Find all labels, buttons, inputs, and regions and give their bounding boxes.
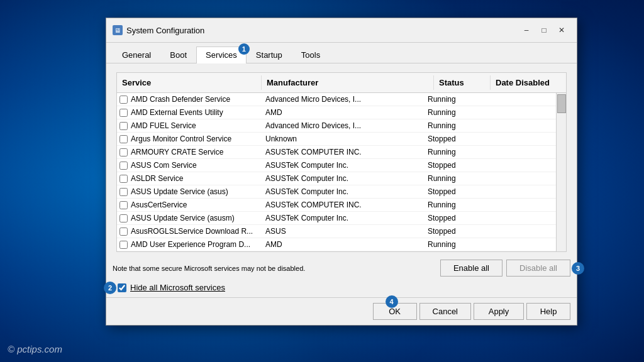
table-row[interactable]: ASUS Update Service (asus) ASUSTeK Compu… — [117, 185, 556, 199]
table-row[interactable]: AMD External Events Utility AMD Running — [117, 106, 556, 119]
badge-2-wrap: 2 — [118, 283, 126, 292]
service-checkbox-cell: AMD User Experience Program D... — [117, 238, 262, 251]
table-row[interactable]: ARMOURY CRATE Service ASUSTeK COMPUTER I… — [117, 146, 556, 159]
title-bar-left: 🖥 System Configuration — [113, 25, 204, 35]
service-name: ASUS Com Service — [131, 161, 197, 170]
service-checkbox[interactable] — [119, 122, 128, 130]
service-manufacturer: AMD — [262, 106, 424, 119]
service-manufacturer: AMD — [262, 238, 424, 251]
col-date-disabled[interactable]: Date Disabled — [491, 75, 566, 90]
service-checkbox[interactable] — [119, 214, 128, 222]
system-configuration-dialog: 🖥 System Configuration – □ ✕ General Boo… — [106, 18, 577, 326]
service-checkbox[interactable] — [119, 201, 128, 209]
service-checkbox-cell: ASUS Update Service (asusm) — [117, 212, 262, 224]
apply-button[interactable]: Apply — [474, 303, 524, 320]
enable-all-button[interactable]: Enable all — [440, 260, 502, 277]
service-checkbox[interactable] — [119, 135, 128, 143]
service-date — [480, 203, 556, 207]
cancel-button[interactable]: Cancel — [419, 303, 471, 320]
tab-services[interactable]: Services 1 — [196, 47, 247, 63]
service-status: Stopped — [424, 185, 480, 198]
service-checkbox-cell: ASLDR Service — [117, 172, 262, 185]
hide-microsoft-checkbox[interactable] — [118, 283, 126, 292]
service-name: Argus Monitor Control Service — [131, 134, 231, 143]
service-status: Running — [424, 119, 480, 132]
tab-tools[interactable]: Tools — [292, 47, 330, 63]
service-checkbox[interactable] — [119, 188, 128, 196]
table-row[interactable]: AMD User Experience Program D... AMD Run… — [117, 238, 556, 251]
service-checkbox[interactable] — [119, 109, 128, 117]
table-header: Service Manufacturer Status Date Disable… — [117, 73, 566, 93]
service-checkbox[interactable] — [119, 175, 128, 183]
service-name: ASUS Update Service (asusm) — [131, 214, 235, 222]
service-checkbox-cell: ARMOURY CRATE Service — [117, 146, 262, 158]
service-checkbox[interactable] — [119, 96, 128, 104]
close-button[interactable]: ✕ — [553, 23, 570, 37]
service-status: Running — [424, 106, 480, 119]
table-row[interactable]: Argus Monitor Control Service Unknown St… — [117, 133, 556, 146]
title-controls: – □ ✕ — [518, 23, 570, 37]
dialog-footer: 4 OK Cancel Apply Help — [106, 297, 577, 325]
service-manufacturer: ASUSTeK COMPUTER INC. — [262, 146, 424, 158]
tab-general[interactable]: General — [113, 47, 160, 63]
col-status[interactable]: Status — [434, 75, 491, 90]
service-name: ASLDR Service — [131, 174, 183, 183]
service-date — [480, 163, 556, 167]
minimize-button[interactable]: – — [518, 23, 535, 37]
disable-all-button[interactable]: Disable all — [506, 260, 570, 277]
tab-boot[interactable]: Boot — [160, 47, 196, 63]
footer-note: Note that some secure Microsoft services… — [113, 265, 305, 272]
note-enable-row: Note that some secure Microsoft services… — [111, 257, 572, 279]
table-row[interactable]: ASUS Com Service ASUSTeK Computer Inc. S… — [117, 159, 556, 172]
service-manufacturer: ASUSTeK Computer Inc. — [262, 212, 424, 224]
scrollbar[interactable] — [556, 93, 566, 251]
service-checkbox-cell: ASUS Update Service (asus) — [117, 185, 262, 198]
service-date — [480, 216, 556, 220]
service-date — [480, 243, 556, 246]
service-status: Running — [424, 172, 480, 185]
service-checkbox[interactable] — [119, 228, 128, 236]
service-manufacturer: ASUSTeK Computer Inc. — [262, 159, 424, 172]
maximize-button[interactable]: □ — [535, 23, 553, 37]
service-name: AMD Crash Defender Service — [131, 95, 230, 104]
service-name: ARMOURY CRATE Service — [131, 148, 223, 156]
table-scroll-wrap: AMD Crash Defender Service Advanced Micr… — [117, 93, 566, 251]
service-status: Running — [424, 146, 480, 158]
badge-3: 3 — [572, 262, 584, 275]
scrollbar-thumb[interactable] — [557, 94, 566, 113]
col-manufacturer[interactable]: Manufacturer — [262, 75, 434, 90]
service-checkbox-cell: Argus Monitor Control Service — [117, 133, 262, 145]
service-checkbox[interactable] — [119, 241, 128, 249]
service-manufacturer: Unknown — [262, 133, 424, 145]
service-date — [480, 190, 556, 194]
enable-disable-wrap: Enable all Disable all 3 — [440, 260, 570, 277]
service-name: AsusROGLSLService Download R... — [131, 227, 253, 236]
service-status: Running — [424, 93, 480, 106]
services-table: Service Manufacturer Status Date Disable… — [116, 72, 567, 252]
help-button[interactable]: Help — [526, 303, 570, 320]
hide-checkbox-row: 2 Hide all Microsoft services — [111, 279, 572, 297]
service-date — [480, 229, 556, 233]
service-checkbox-cell: ASUS Com Service — [117, 159, 262, 172]
service-checkbox[interactable] — [119, 148, 128, 156]
service-name: AMD FUEL Service — [131, 121, 196, 130]
table-row[interactable]: ASUS Update Service (asusm) ASUSTeK Comp… — [117, 212, 556, 225]
service-name: AMD User Experience Program D... — [131, 240, 250, 249]
col-service[interactable]: Service — [117, 75, 262, 90]
table-row[interactable]: AsusCertService ASUSTeK COMPUTER INC. Ru… — [117, 199, 556, 212]
service-status: Stopped — [424, 225, 480, 238]
service-date — [480, 177, 556, 180]
service-checkbox-cell: AsusROGLSLService Download R... — [117, 225, 262, 238]
service-checkbox-cell: AMD Crash Defender Service — [117, 93, 262, 106]
service-checkbox-cell: AMD External Events Utility — [117, 106, 262, 119]
table-row[interactable]: AMD FUEL Service Advanced Micro Devices,… — [117, 119, 556, 133]
table-row[interactable]: AMD Crash Defender Service Advanced Micr… — [117, 93, 556, 106]
table-row[interactable]: AsusROGLSLService Download R... ASUS Sto… — [117, 225, 556, 238]
tab-startup[interactable]: Startup — [247, 47, 292, 63]
service-checkbox[interactable] — [119, 162, 128, 170]
services-tab-badge: 1 — [238, 43, 250, 55]
service-manufacturer: ASUSTeK Computer Inc. — [262, 172, 424, 185]
table-scroll-inner: AMD Crash Defender Service Advanced Micr… — [117, 93, 556, 251]
service-name: AsusCertService — [131, 200, 187, 209]
table-row[interactable]: ASLDR Service ASUSTeK Computer Inc. Runn… — [117, 172, 556, 185]
